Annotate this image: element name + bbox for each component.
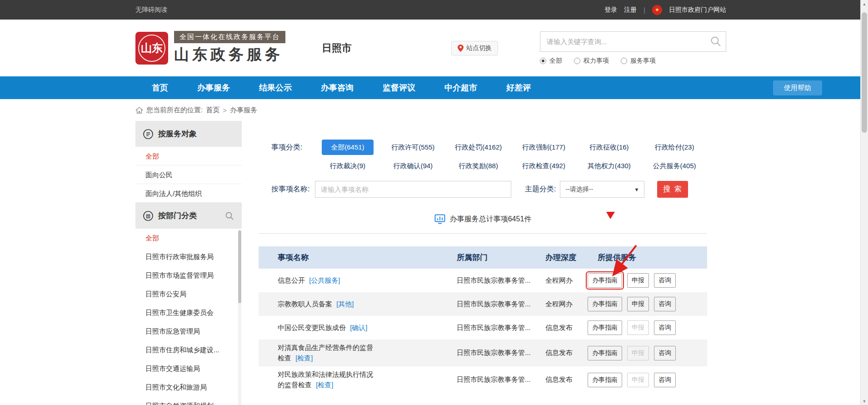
sidebar-dept-all[interactable]: 全部 <box>135 229 242 247</box>
nav-item-agency-market[interactable]: 中介超市 <box>444 82 477 93</box>
consult-button[interactable]: 咨询 <box>654 320 676 335</box>
item-category-link[interactable]: [检查] <box>316 381 333 389</box>
sidebar-dept-item[interactable]: 日照市应急管理局 <box>135 322 242 340</box>
item-department: 日照市民族宗教事务管... <box>450 349 541 357</box>
login-link[interactable]: 登录 <box>604 6 617 14</box>
location-pin-icon <box>458 45 464 52</box>
item-category-link[interactable]: [检查] <box>295 354 313 362</box>
category-grid: 全部(6451) 行政许可(555) 行政处罚(4162) 行政强制(177) … <box>315 140 707 170</box>
item-category-link[interactable]: [其他] <box>336 300 354 308</box>
sidebar-dept-item[interactable]: 日照市住房和城乡建设... <box>135 340 242 359</box>
radio-icon <box>621 58 627 64</box>
scope-option-power[interactable]: 权力事项 <box>574 57 609 65</box>
consult-button[interactable]: 咨询 <box>654 346 676 360</box>
item-services: 办事指南 申报 咨询 <box>588 297 707 311</box>
guide-button[interactable]: 办事指南 <box>588 297 622 311</box>
item-category-link[interactable]: [确认] <box>350 324 367 331</box>
scrollbar-down-arrow-icon[interactable]: ▼ <box>861 397 868 405</box>
category-reward[interactable]: 行政奖励(88) <box>457 162 500 170</box>
search-submit-button[interactable]: 搜 索 <box>657 181 688 198</box>
category-confirmation[interactable]: 行政确认(94) <box>391 162 434 170</box>
apply-button-disabled: 申报 <box>627 320 649 335</box>
category-coercion[interactable]: 行政强制(177) <box>520 143 567 152</box>
scrollbar-up-arrow-icon[interactable]: ▲ <box>861 0 868 8</box>
category-all[interactable]: 全部(6451) <box>322 140 373 155</box>
nav-item-consult[interactable]: 办事咨询 <box>321 82 354 93</box>
apply-button-disabled: 申报 <box>627 373 649 387</box>
sidebar-scrollbar-thumb[interactable] <box>238 230 241 303</box>
sidebar-dept-item[interactable]: 日照市卫生健康委员会 <box>135 303 242 322</box>
guide-button[interactable]: 办事指南 <box>588 373 622 387</box>
help-button[interactable]: 使用帮助 <box>773 80 822 95</box>
keyword-search-input[interactable] <box>540 31 726 52</box>
search-icon[interactable] <box>710 35 722 47</box>
scope-option-all[interactable]: 全部 <box>540 57 562 65</box>
category-other-power[interactable]: 其他权力(430) <box>586 162 633 170</box>
sidebar-dept-item[interactable]: 日照市文化和旅游局 <box>135 378 242 396</box>
sidebar-section-service-target: 按服务对象 <box>135 121 242 147</box>
category-payment[interactable]: 行政给付(23) <box>653 143 696 152</box>
scope-option-service[interactable]: 服务事项 <box>621 57 656 65</box>
category-penalty[interactable]: 行政处罚(4162) <box>453 143 504 152</box>
category-license[interactable]: 行政许可(555) <box>389 143 436 152</box>
category-adjudication[interactable]: 行政裁决(9) <box>328 162 367 170</box>
sidebar-item-legal-person[interactable]: 面向法人/其他组织 <box>135 184 242 203</box>
guide-button[interactable]: 办事指南 <box>588 320 622 335</box>
category-levy[interactable]: 行政征收(16) <box>588 143 631 152</box>
item-name-input[interactable] <box>315 181 511 198</box>
register-link[interactable]: 注册 <box>624 6 637 14</box>
page-scrollbar[interactable]: ▲ ▼ <box>860 0 868 405</box>
nav-item-home[interactable]: 首页 <box>152 82 168 93</box>
summary-row: 办事服务总计事项6451件 <box>259 214 707 224</box>
search-scope-group: 全部 权力事项 服务事项 <box>540 57 726 65</box>
accessibility-link[interactable]: 无障碍阅读 <box>135 6 167 14</box>
item-department: 日照市民族宗教事务管... <box>450 375 541 384</box>
sidebar-dept-item[interactable]: 日照市自然资源和规划... <box>135 396 242 405</box>
guide-button[interactable]: 办事指南 <box>588 346 622 360</box>
apply-button[interactable]: 申报 <box>627 297 649 311</box>
sidebar-item-all[interactable]: 全部 <box>135 147 242 165</box>
category-inspection[interactable]: 行政检查(492) <box>520 162 567 170</box>
item-depth: 全程网办 <box>541 276 588 285</box>
item-services: 办事指南 申报 咨询 <box>588 373 707 387</box>
consult-button[interactable]: 咨询 <box>654 373 676 387</box>
topic-filter-label: 主题分类: <box>525 185 556 194</box>
nav-item-rating[interactable]: 好差评 <box>506 82 531 93</box>
category-public-service[interactable]: 公共服务(405) <box>651 162 698 170</box>
topic-select[interactable]: --请选择-- ▼ <box>560 181 644 198</box>
sidebar-dept-item[interactable]: 日照市公安局 <box>135 285 242 303</box>
scrollbar-thumb[interactable] <box>862 12 867 133</box>
item-name-cell: 对清真食品生产经营条件的监督检查 [检查] <box>259 343 450 363</box>
nav-item-services[interactable]: 办事服务 <box>197 82 230 93</box>
topbar-right: 登录 注册 | 日照市政府门户网站 <box>604 5 726 15</box>
service-target-list: 全部 面向公民 面向法人/其他组织 <box>135 147 242 203</box>
item-services: 办事指南 申报 咨询 <box>588 346 707 360</box>
scope-label: 权力事项 <box>584 57 609 65</box>
apply-button[interactable]: 申报 <box>627 273 649 288</box>
guide-button[interactable]: 办事指南 <box>588 273 622 288</box>
breadcrumb-home-link[interactable]: 首页 <box>206 106 219 115</box>
portal-link[interactable]: 日照市政府门户网站 <box>669 6 726 14</box>
platform-badge: 全国一体化在线政务服务平台 <box>174 31 285 43</box>
item-department: 日照市民族宗教事务管... <box>450 276 541 285</box>
select-caret-icon: ▼ <box>634 187 639 192</box>
consult-button[interactable]: 咨询 <box>654 273 676 288</box>
table-row: 中国公民变更民族成份 [确认] 日照市民族宗教事务管... 信息发布 办事指南 … <box>259 316 707 340</box>
nav-item-supervision[interactable]: 监督评议 <box>383 82 415 93</box>
item-department: 日照市民族宗教事务管... <box>450 300 541 309</box>
nav-item-results[interactable]: 结果公示 <box>259 82 292 93</box>
sidebar-dept-item[interactable]: 日照市交通运输局 <box>135 359 242 378</box>
site-logo[interactable]: 山东 全国一体化在线政务服务平台 山东政务服务 <box>135 31 285 65</box>
table-body: 信息公开 [公共服务] 日照市民族宗教事务管... 全程网办 办事指南 申报 咨… <box>259 269 707 393</box>
sidebar-search-icon[interactable] <box>224 211 234 221</box>
breadcrumb-separator: > <box>223 106 227 114</box>
item-depth: 信息发布 <box>541 324 588 332</box>
item-depth: 全程网办 <box>541 300 588 309</box>
sidebar-item-citizen[interactable]: 面向公民 <box>135 165 242 184</box>
sidebar-dept-item[interactable]: 日照市市场监督管理局 <box>135 266 242 285</box>
sidebar-dept-item[interactable]: 日照市行政审批服务局 <box>135 247 242 266</box>
site-switch-button[interactable]: 站点切换 <box>451 41 498 55</box>
name-search-row: 按事项名称: 主题分类: --请选择-- ▼ 搜 索 <box>259 181 707 198</box>
item-category-link[interactable]: [公共服务] <box>309 276 340 284</box>
consult-button[interactable]: 咨询 <box>654 297 676 311</box>
